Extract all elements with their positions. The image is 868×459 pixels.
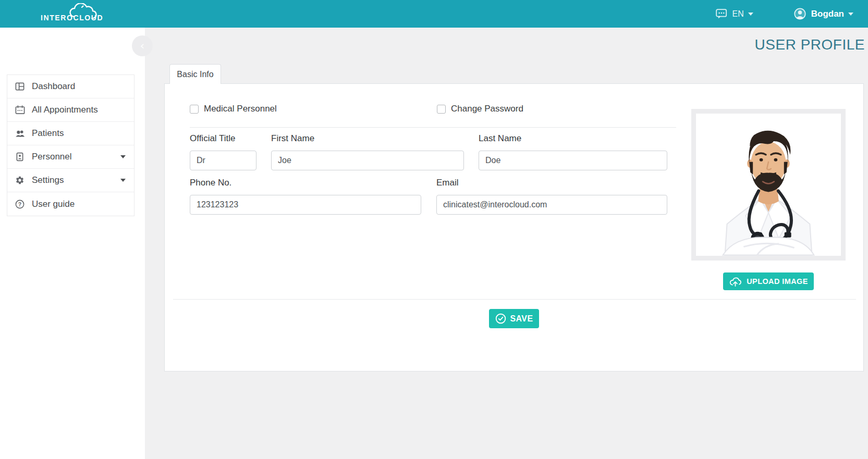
change-password-checkbox[interactable] [437, 105, 446, 114]
sidebar-collapse-button[interactable]: ‹ [132, 35, 153, 56]
phone-field[interactable] [190, 195, 421, 215]
user-menu[interactable]: Bogdan [794, 8, 853, 20]
last-name-field[interactable] [479, 151, 667, 170]
first-name-label: First Name [271, 133, 314, 144]
sidebar-item-dashboard[interactable]: Dashboard [7, 75, 134, 98]
submenu-caret-icon [120, 155, 126, 158]
sidebar-item-label: Personnel [32, 152, 72, 162]
calendar-icon [15, 105, 25, 115]
first-name-field[interactable] [271, 151, 464, 170]
username-label: Bogdan [811, 9, 844, 19]
header-controls: EN Bogdan [716, 0, 853, 28]
sidebar: Dashboard All Appointments [0, 28, 145, 459]
chevron-down-icon [748, 13, 753, 16]
check-circle-icon [495, 313, 506, 324]
save-label: SAVE [510, 314, 533, 324]
sidebar-item-settings[interactable]: Settings [7, 169, 134, 192]
sidebar-item-label: Dashboard [32, 81, 75, 92]
logo-wordmark: INTEROCLOUD [41, 14, 103, 22]
cloud-upload-icon [729, 276, 742, 287]
email-field[interactable] [436, 195, 667, 215]
user-profile-page: INTEROCLOUD EN Bogda [0, 0, 868, 459]
svg-text:?: ? [18, 201, 21, 207]
avatar-icon [794, 8, 806, 20]
sidebar-item-personnel[interactable]: Personnel [7, 145, 134, 169]
sidebar-item-user-guide[interactable]: ? User guide [7, 192, 134, 216]
upload-image-button[interactable]: UPLOAD IMAGE [723, 272, 814, 290]
checkbox-label: Change Password [451, 104, 523, 114]
sidebar-item-all-appointments[interactable]: All Appointments [7, 98, 134, 122]
medical-personnel-checkbox-row[interactable]: Medical Personnel [190, 104, 277, 114]
sidebar-item-label: User guide [32, 199, 75, 209]
save-button[interactable]: SAVE [489, 309, 539, 328]
settings-icon [15, 176, 25, 185]
sidebar-item-label: All Appointments [32, 105, 98, 115]
chat-bubble-icon [716, 9, 727, 19]
doctor-portrait-image [696, 114, 841, 256]
sidebar-item-patients[interactable]: Patients [7, 122, 134, 145]
tab-basic-info[interactable]: Basic Info [169, 64, 221, 84]
page-title: USER PROFILE [755, 36, 865, 53]
phone-label: Phone No. [190, 178, 231, 188]
patients-icon [15, 129, 25, 138]
checkbox-label: Medical Personnel [204, 104, 277, 114]
help-icon: ? [15, 200, 25, 209]
sidebar-item-label: Patients [32, 128, 64, 139]
sidebar-item-label: Settings [32, 175, 64, 185]
change-password-checkbox-row[interactable]: Change Password [437, 104, 523, 114]
profile-photo [691, 109, 846, 260]
medical-personnel-checkbox[interactable] [190, 105, 199, 114]
upload-image-label: UPLOAD IMAGE [747, 277, 808, 286]
profile-card: Medical Personnel Change Password Offici… [164, 83, 864, 371]
app-logo[interactable]: INTEROCLOUD [41, 4, 109, 25]
chevron-down-icon [848, 13, 853, 16]
email-label: Email [436, 178, 459, 188]
language-label: EN [732, 9, 743, 19]
form-divider [190, 127, 676, 128]
personnel-icon [15, 152, 25, 162]
official-title-field[interactable] [190, 151, 256, 170]
last-name-label: Last Name [479, 133, 521, 144]
footer-divider [173, 299, 856, 300]
dashboard-icon [15, 82, 25, 91]
top-navbar: INTEROCLOUD EN Bogda [0, 0, 868, 28]
language-selector[interactable]: EN [716, 9, 753, 19]
submenu-caret-icon [120, 179, 126, 182]
official-title-label: Official Title [190, 133, 236, 144]
sidebar-menu: Dashboard All Appointments [7, 75, 135, 216]
main-content: USER PROFILE Basic Info Medical Personne… [145, 28, 868, 459]
